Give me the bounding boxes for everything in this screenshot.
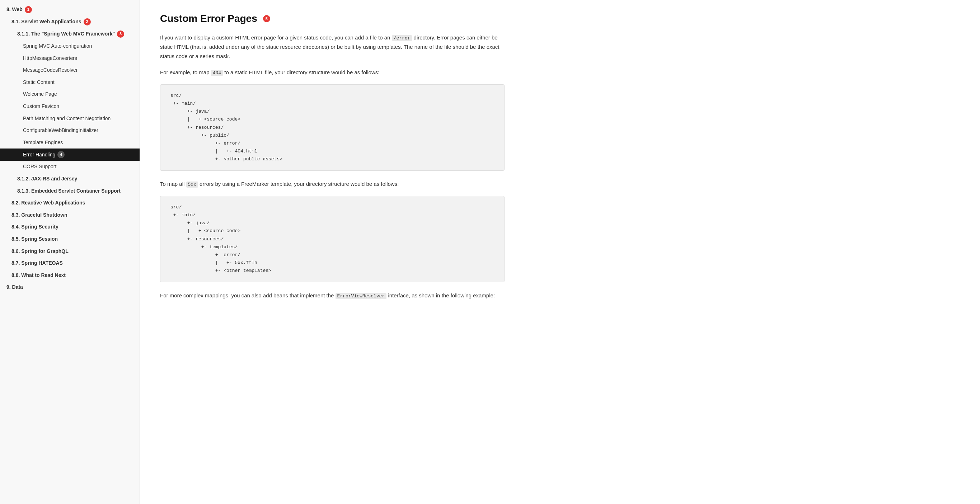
sidebar-item-spring-web-mvc[interactable]: 8.1.1. The "Spring Web MVC Framework"3 [0, 28, 140, 40]
p2-after: to a static HTML file, your directory st… [223, 69, 379, 75]
p1-before: If you want to display a custom HTML err… [160, 35, 392, 41]
page-title: Custom Error Pages 5 [160, 13, 960, 24]
page-title-text: Custom Error Pages [160, 13, 257, 24]
sidebar-item-welcome-page[interactable]: Welcome Page [0, 88, 140, 100]
sidebar-item-label: 8.1.3. Embedded Servlet Container Suppor… [17, 188, 121, 195]
sidebar-item-spring-mvc-autoconfig[interactable]: Spring MVC Auto-configuration [0, 40, 140, 52]
sidebar-item-cors-support[interactable]: CORS Support [0, 161, 140, 173]
p4-before: For more complex mappings, you can also … [160, 293, 336, 299]
sidebar-item-web[interactable]: 8. Web1 [0, 3, 140, 16]
sidebar-item-label: Path Matching and Content Negotiation [23, 115, 111, 122]
sidebar-item-label: 8.7. Spring HATEOAS [11, 260, 63, 267]
sidebar-item-label: Error Handling [23, 151, 55, 159]
sidebar-item-jax-rs[interactable]: 8.1.2. JAX-RS and Jersey [0, 173, 140, 185]
sidebar-item-badge: 3 [117, 30, 124, 38]
sidebar-item-what-to-read[interactable]: 8.8. What to Read Next [0, 269, 140, 281]
p4-after: interface, as shown in the following exa… [387, 293, 495, 299]
sidebar-item-badge: 1 [25, 6, 32, 13]
sidebar-item-reactive-web[interactable]: 8.2. Reactive Web Applications [0, 197, 140, 209]
sidebar-item-data[interactable]: 9. Data [0, 281, 140, 293]
sidebar-item-label: 8. Web [6, 6, 22, 13]
sidebar-item-custom-favicon[interactable]: Custom Favicon [0, 100, 140, 113]
sidebar-item-label: 8.1.1. The "Spring Web MVC Framework" [17, 30, 115, 38]
title-badge: 5 [263, 15, 270, 22]
code-block-1: src/ +- main/ +- java/ | + <source code>… [160, 84, 504, 171]
sidebar-item-template-engines[interactable]: Template Engines [0, 137, 140, 149]
sidebar-item-spring-security[interactable]: 8.4. Spring Security [0, 221, 140, 233]
sidebar-item-label: Spring MVC Auto-configuration [23, 43, 92, 50]
sidebar-item-label: Welcome Page [23, 91, 57, 98]
sidebar-item-label: 8.8. What to Read Next [11, 272, 66, 279]
sidebar-item-http-message-converters[interactable]: HttpMessageConverters [0, 52, 140, 65]
sidebar-item-label: CORS Support [23, 163, 56, 170]
sidebar-item-label: ConfigurableWebBindingInitializer [23, 127, 98, 134]
sidebar-item-spring-hateoas[interactable]: 8.7. Spring HATEOAS [0, 257, 140, 269]
main-content: Custom Error Pages 5 If you want to disp… [140, 0, 980, 504]
p2-before: For example, to map [160, 69, 211, 75]
sidebar-item-spring-session[interactable]: 8.5. Spring Session [0, 233, 140, 245]
sidebar-item-label: HttpMessageConverters [23, 55, 77, 62]
sidebar-item-label: 8.3. Graceful Shutdown [11, 211, 67, 219]
sidebar-item-embedded-servlet[interactable]: 8.1.3. Embedded Servlet Container Suppor… [0, 185, 140, 197]
sidebar-item-message-codes-resolver[interactable]: MessageCodesResolver [0, 64, 140, 76]
sidebar-item-label: 8.5. Spring Session [11, 236, 58, 243]
paragraph-4: For more complex mappings, you can also … [160, 291, 504, 300]
sidebar-item-static-content[interactable]: Static Content [0, 76, 140, 89]
p3-after: errors by using a FreeMarker template, y… [198, 181, 399, 187]
sidebar-item-label: 8.1. Servlet Web Applications [11, 18, 81, 25]
sidebar-item-label: 8.2. Reactive Web Applications [11, 199, 85, 207]
sidebar-item-label: 8.4. Spring Security [11, 224, 59, 231]
sidebar-item-label: Custom Favicon [23, 103, 59, 110]
p1-code: /error [392, 35, 412, 41]
sidebar-item-error-handling[interactable]: Error Handling4 [0, 148, 140, 161]
paragraph-1: If you want to display a custom HTML err… [160, 33, 504, 60]
sidebar-item-label: 8.1.2. JAX-RS and Jersey [17, 175, 77, 183]
sidebar-item-badge: 4 [57, 151, 65, 158]
sidebar-item-label: Static Content [23, 79, 54, 86]
paragraph-2: For example, to map 404 to a static HTML… [160, 68, 504, 77]
sidebar-item-spring-graphql[interactable]: 8.6. Spring for GraphQL [0, 245, 140, 258]
paragraph-3: To map all 5xx errors by using a FreeMar… [160, 180, 504, 189]
sidebar-item-servlet-web-apps[interactable]: 8.1. Servlet Web Applications2 [0, 16, 140, 28]
p4-code: ErrorViewResolver [336, 293, 387, 299]
sidebar-item-path-matching[interactable]: Path Matching and Content Negotiation [0, 113, 140, 125]
code-block-2: src/ +- main/ +- java/ | + <source code>… [160, 196, 504, 282]
sidebar-item-configurable-web-binding[interactable]: ConfigurableWebBindingInitializer [0, 124, 140, 137]
sidebar-item-label: Template Engines [23, 139, 63, 146]
sidebar: 8. Web18.1. Servlet Web Applications28.1… [0, 0, 140, 504]
sidebar-item-badge: 2 [84, 18, 91, 25]
p3-code: 5xx [186, 181, 198, 188]
p3-before: To map all [160, 181, 186, 187]
sidebar-item-label: MessageCodesResolver [23, 67, 78, 74]
sidebar-item-label: 9. Data [6, 284, 23, 291]
p2-code: 404 [211, 70, 223, 76]
sidebar-item-label: 8.6. Spring for GraphQL [11, 248, 68, 255]
sidebar-item-graceful-shutdown[interactable]: 8.3. Graceful Shutdown [0, 209, 140, 221]
